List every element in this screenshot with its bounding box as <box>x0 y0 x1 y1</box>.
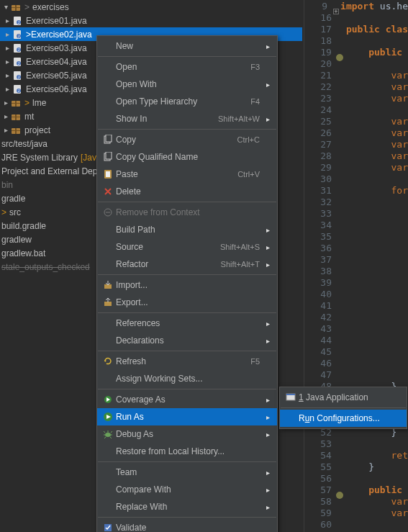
submenu-arrow-icon: ▸ <box>264 226 271 234</box>
java-file-icon: J <box>12 84 23 95</box>
menu-restore-history[interactable]: Restore from Local History... <box>97 443 277 460</box>
menu-refresh[interactable]: RefreshF5 <box>97 353 277 370</box>
menu-separator <box>98 202 276 202</box>
line-number: 40 <box>304 289 337 299</box>
menu-open[interactable]: OpenF3 <box>97 58 277 76</box>
menu-separator <box>98 312 276 313</box>
line-number: 25 <box>304 116 337 127</box>
menu-new[interactable]: New▸ <box>97 37 277 55</box>
expand-icon[interactable]: ▸ <box>3 17 12 24</box>
svg-rect-33 <box>106 152 112 159</box>
submenu-arrow-icon: ▸ <box>264 81 271 89</box>
submenu-arrow-icon: ▸ <box>264 243 271 251</box>
menu-assign-working-sets[interactable]: Assign Working Sets... <box>97 370 277 387</box>
menu-declarations[interactable]: Declarations▸ <box>97 332 277 349</box>
tree-label: Exercise01.java <box>26 16 87 26</box>
code-text: for <box>346 185 408 196</box>
menu-debug-as[interactable]: Debug As▸ <box>97 425 277 443</box>
svg-rect-35 <box>106 171 110 177</box>
menu-run-as[interactable]: Run As▸ <box>97 408 277 425</box>
line-number: 27 <box>304 139 337 150</box>
menu-separator <box>98 517 276 518</box>
code-text: var <box>346 70 408 81</box>
tree-label: gradlew <box>1 235 32 245</box>
java-app-icon <box>283 392 299 403</box>
submenu-label: 1 Java Application <box>299 392 401 402</box>
expand-icon[interactable]: ▸ <box>3 58 12 66</box>
tree-file[interactable]: ▸JExercise01.java <box>0 14 302 27</box>
submenu-arrow-icon: ▸ <box>264 261 271 269</box>
svg-rect-26 <box>12 117 20 117</box>
tree-label: Exercise02.java <box>31 30 92 40</box>
editor[interactable]: 9+import us.he1617public clas1819 public… <box>304 0 408 532</box>
delete-icon <box>100 186 116 197</box>
submenu-arrow-icon: ▸ <box>264 337 271 345</box>
line-number: 60 <box>304 519 337 530</box>
tree-label: exercises <box>32 2 69 12</box>
menu-open-type-hierarchy[interactable]: Open Type HierarchyF4 <box>97 93 277 110</box>
java-file-icon: J <box>12 15 23 27</box>
code-text: } <box>346 461 374 472</box>
submenu-label: Run Configurations... <box>299 413 401 423</box>
svg-rect-31 <box>106 135 112 142</box>
tree-label: Exercise04.java <box>26 57 87 67</box>
tree-label: mt <box>24 112 34 122</box>
export-icon <box>100 297 116 308</box>
package-icon <box>10 111 22 122</box>
expand-icon[interactable]: ▸ <box>3 44 12 52</box>
expand-icon[interactable]: ▸ <box>3 71 12 79</box>
line-number: 55 <box>304 461 337 472</box>
menu-separator <box>98 56 276 57</box>
menu-refactor[interactable]: RefactorShift+Alt+T▸ <box>97 256 277 273</box>
java-file-icon: J <box>12 56 23 68</box>
menu-open-with[interactable]: Open With▸ <box>97 76 277 93</box>
svg-rect-44 <box>286 394 295 395</box>
svg-rect-29 <box>12 130 20 131</box>
menu-compare-with[interactable]: Compare With▸ <box>97 481 277 498</box>
line-number: 19 <box>304 47 337 58</box>
submenu-run-configurations[interactable]: Run Configurations... <box>280 410 407 427</box>
line-number: 18 <box>304 35 337 46</box>
expand-icon[interactable]: ▸ <box>3 30 12 38</box>
line-number: 39 <box>304 277 337 288</box>
menu-copy[interactable]: CopyCtrl+C <box>97 131 277 148</box>
menu-remove-from-context: Remove from Context <box>97 204 277 221</box>
menu-import[interactable]: Import... <box>97 276 277 294</box>
svg-rect-23 <box>12 103 20 104</box>
code-text: var <box>346 162 408 173</box>
submenu-java-application[interactable]: 1 Java Application <box>280 389 407 406</box>
copy-icon <box>100 134 116 145</box>
refresh-icon <box>100 356 116 367</box>
java-file-icon: J <box>12 70 23 81</box>
line-number: 47 <box>304 369 337 380</box>
menu-separator <box>98 351 276 351</box>
expand-icon[interactable]: ▸ <box>3 85 12 93</box>
line-number: 38 <box>304 266 337 276</box>
svg-point-41 <box>105 433 111 437</box>
menu-references[interactable]: References▸ <box>97 315 277 332</box>
menu-paste[interactable]: PasteCtrl+V <box>97 166 277 183</box>
menu-replace-with[interactable]: Replace With▸ <box>97 498 277 515</box>
menu-coverage-as[interactable]: Coverage As▸ <box>97 391 277 408</box>
menu-team[interactable]: Team▸ <box>97 464 277 481</box>
tree-label: lme <box>32 98 46 108</box>
line-number: 45 <box>304 346 337 357</box>
collapse-icon[interactable]: ▾ <box>1 3 10 11</box>
tree-folder-exercises[interactable]: ▾ > exercises <box>0 0 302 14</box>
line-number: 54 <box>304 450 337 461</box>
menu-separator <box>281 407 406 408</box>
menu-export[interactable]: Export... <box>97 294 277 311</box>
menu-build-path[interactable]: Build Path▸ <box>97 221 277 238</box>
expand-icon[interactable]: ▸ <box>1 99 10 107</box>
menu-delete[interactable]: Delete <box>97 183 277 200</box>
menu-show-in[interactable]: Show InShift+Alt+W▸ <box>97 110 277 127</box>
menu-copy-qualified-name[interactable]: Copy Qualified Name <box>97 148 277 166</box>
context-menu: New▸ OpenF3 Open With▸ Open Type Hierarc… <box>96 35 278 532</box>
code-text: var <box>346 93 408 104</box>
menu-source[interactable]: SourceShift+Alt+S▸ <box>97 238 277 256</box>
expand-icon[interactable]: ▸ <box>1 126 10 134</box>
expand-icon[interactable]: ▸ <box>1 112 10 120</box>
menu-validate[interactable]: Validate <box>97 519 277 532</box>
tree-marker: > <box>24 2 30 12</box>
code-text: var <box>346 150 408 161</box>
